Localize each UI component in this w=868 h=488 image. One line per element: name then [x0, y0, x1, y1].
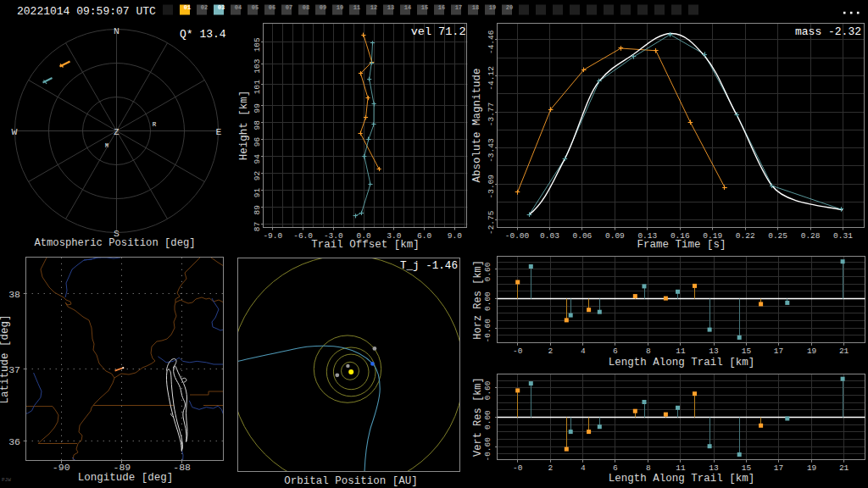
svg-text:09: 09: [320, 4, 326, 11]
svg-text:2: 2: [548, 463, 553, 473]
svg-text:Length Along Trail [km]: Length Along Trail [km]: [609, 357, 755, 369]
svg-text:0.28: 0.28: [801, 231, 821, 241]
svg-text:105: 105: [253, 37, 262, 52]
svg-text:11: 11: [353, 4, 360, 11]
svg-text:87: 87: [253, 222, 262, 231]
svg-text:mass -2.32: mass -2.32: [795, 25, 861, 38]
svg-text:20: 20: [506, 4, 513, 11]
svg-text:98: 98: [253, 120, 262, 130]
svg-text:-88: -88: [173, 462, 191, 473]
svg-text:13: 13: [387, 4, 394, 11]
svg-text:PJW: PJW: [2, 477, 11, 483]
svg-text:-6.0: -6.0: [293, 231, 313, 241]
svg-text:19: 19: [489, 4, 496, 11]
svg-text:13: 13: [709, 463, 719, 473]
svg-text:0.60: 0.60: [484, 380, 493, 400]
svg-text:0.60: 0.60: [484, 262, 493, 281]
svg-text:W: W: [12, 126, 18, 137]
svg-text:Height [km]: Height [km]: [238, 91, 250, 161]
svg-text:M: M: [105, 143, 108, 149]
svg-text:18: 18: [472, 4, 479, 11]
svg-text:6: 6: [613, 463, 618, 473]
svg-text:06: 06: [269, 4, 275, 11]
svg-text:04: 04: [235, 4, 242, 11]
svg-text:Atmospheric Position [deg]: Atmospheric Position [deg]: [34, 237, 195, 249]
svg-text:-2.75: -2.75: [487, 210, 496, 235]
svg-text:Frame Time [s]: Frame Time [s]: [637, 239, 726, 251]
svg-text:4: 4: [581, 463, 586, 473]
svg-text:05: 05: [252, 4, 259, 11]
svg-text:17: 17: [774, 347, 783, 356]
svg-text:Absolute Magnitude: Absolute Magnitude: [471, 68, 483, 182]
svg-text:21: 21: [839, 347, 849, 356]
svg-text:Orbital Position [AU]: Orbital Position [AU]: [284, 475, 418, 487]
svg-text:-3.09: -3.09: [487, 175, 496, 199]
svg-text:11: 11: [676, 347, 686, 356]
svg-text:0.00: 0.00: [484, 291, 493, 311]
svg-text:08: 08: [303, 4, 309, 11]
svg-text:-3.43: -3.43: [487, 138, 496, 163]
svg-text:101: 101: [253, 80, 262, 94]
svg-text:14: 14: [404, 4, 411, 11]
svg-text:17: 17: [455, 4, 462, 11]
svg-text:-0.60: -0.60: [484, 437, 493, 462]
svg-text:38: 38: [8, 289, 20, 300]
svg-text:36: 36: [8, 436, 20, 447]
svg-text:vel 71.2: vel 71.2: [411, 25, 466, 38]
svg-text:Horz Res [km]: Horz Res [km]: [472, 260, 484, 340]
svg-text:Latitude [deg]: Latitude [deg]: [0, 314, 11, 403]
svg-text:6: 6: [613, 347, 618, 356]
svg-text:16: 16: [438, 4, 445, 11]
svg-text:99: 99: [253, 103, 262, 114]
svg-text:2: 2: [548, 347, 553, 356]
svg-text:19: 19: [807, 347, 817, 356]
svg-text:07: 07: [286, 4, 292, 11]
svg-text:-89: -89: [114, 462, 131, 473]
svg-text:8: 8: [646, 347, 651, 356]
svg-text:-4.12: -4.12: [487, 66, 496, 91]
svg-text:15: 15: [421, 4, 428, 11]
svg-text:Longitude [deg]: Longitude [deg]: [78, 472, 174, 484]
svg-text:10: 10: [337, 4, 343, 11]
svg-text:96: 96: [253, 137, 262, 147]
svg-text:94: 94: [253, 154, 262, 164]
svg-text:103: 103: [253, 58, 262, 73]
svg-text:0.31: 0.31: [833, 231, 853, 241]
svg-text:92: 92: [253, 171, 262, 181]
svg-text:-3.77: -3.77: [487, 103, 496, 127]
svg-text:01: 01: [184, 4, 191, 11]
svg-text:-0: -0: [513, 347, 523, 356]
svg-text:0.00: 0.00: [484, 410, 493, 430]
svg-text:12: 12: [370, 4, 377, 11]
svg-text:-9.0: -9.0: [263, 231, 282, 241]
svg-text:Q* 13.4: Q* 13.4: [180, 28, 226, 41]
svg-text:-0.60: -0.60: [484, 319, 493, 343]
svg-text:20221014 09:59:07 UTC: 20221014 09:59:07 UTC: [17, 5, 156, 18]
svg-text:0.22: 0.22: [736, 231, 755, 241]
svg-text:91: 91: [253, 188, 262, 198]
svg-text:-0: -0: [513, 463, 523, 473]
svg-text:0.09: 0.09: [605, 231, 625, 241]
svg-text:03: 03: [218, 4, 225, 11]
svg-text:-4.46: -4.46: [487, 30, 496, 54]
svg-text:Z: Z: [114, 127, 119, 137]
svg-text:-0.00: -0.00: [505, 231, 530, 241]
svg-text:0.06: 0.06: [572, 231, 592, 241]
svg-text:0.03: 0.03: [540, 231, 559, 241]
svg-text:-90: -90: [53, 462, 70, 473]
svg-text:4: 4: [581, 347, 586, 356]
svg-text:15: 15: [742, 463, 752, 473]
svg-text:Vert Res [km]: Vert Res [km]: [472, 377, 484, 457]
svg-text:N: N: [114, 25, 120, 36]
svg-text:R: R: [153, 121, 157, 128]
svg-text:E: E: [216, 126, 222, 137]
svg-text:Trail Offset [km]: Trail Offset [km]: [311, 239, 420, 251]
svg-text:8: 8: [646, 463, 651, 473]
svg-text:0.25: 0.25: [768, 231, 787, 241]
svg-text:Length Along Trail [km]: Length Along Trail [km]: [609, 473, 755, 485]
svg-text:13: 13: [709, 347, 719, 356]
svg-text:17: 17: [774, 463, 783, 473]
svg-text:02: 02: [201, 4, 208, 11]
svg-text:15: 15: [742, 347, 752, 356]
svg-text:T_j -1.46: T_j -1.46: [400, 260, 458, 272]
